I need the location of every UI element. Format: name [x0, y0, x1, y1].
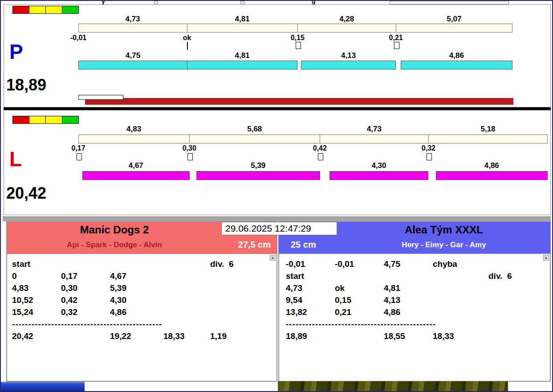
split-divider	[187, 24, 187, 33]
dog-time-label: 4,86	[484, 161, 499, 170]
split-divider	[396, 24, 396, 33]
lane-divider	[4, 107, 551, 110]
clipped-panel-fragment	[390, 1, 509, 4]
background-window-strip: ý g	[1, 1, 552, 4]
log-cell: -0,01	[335, 259, 354, 269]
log-cell: 4,86	[384, 307, 400, 317]
dog-time-label: 4,75	[126, 51, 140, 60]
changeover-box	[427, 153, 432, 160]
dog-time-label: 5,39	[251, 161, 265, 170]
changeover-label: 0,30	[183, 144, 196, 152]
split-divider	[189, 135, 190, 143]
log-cell: 10,52	[12, 295, 33, 305]
split-time-label: 4,73	[125, 15, 140, 24]
team-panel-right: Alea Tým XXXL Hery - Eimy - Gar - Amy 25…	[278, 221, 551, 382]
changeover-label: 0,42	[313, 144, 327, 152]
log-cell: 0,32	[61, 307, 77, 317]
log-cell: 5,39	[110, 283, 126, 293]
log-cell: 0,21	[335, 307, 351, 317]
split-time-label: 4,73	[367, 125, 382, 134]
team-dogs: Api - Spark - Dodge - Alvin	[7, 241, 222, 249]
changeover-box	[187, 153, 193, 160]
log-cell: chyba	[433, 259, 457, 269]
team-name: Alea Tým XXXL	[337, 224, 551, 236]
clipped-checkbox-fragment	[240, 1, 244, 4]
log-cell: div. 6	[488, 271, 512, 281]
timestamp: 29.06.2025 12:47:29	[221, 222, 337, 235]
changeover-box	[394, 42, 399, 49]
changeover-label: 0,21	[389, 34, 403, 42]
split-divider	[320, 135, 320, 143]
changeover-label: 0,32	[422, 144, 435, 152]
changeover-label: 0,15	[291, 34, 305, 42]
log-cell: 13,82	[286, 307, 307, 317]
dog-time-bar	[401, 61, 512, 69]
lane-panel-p: P 18,89 4,734,814,285,07-0,01ok0,150,214…	[4, 4, 551, 107]
log-cell: 0	[12, 271, 17, 281]
log-cell: div. 6	[210, 259, 233, 269]
log-cell: 4,67	[110, 271, 126, 281]
changeover-box	[296, 42, 301, 49]
log-cell: 15,24	[12, 307, 33, 317]
log-cell: start	[286, 271, 304, 281]
log-cell: 18,89	[286, 331, 307, 341]
lane-visualization: 4,835,684,735,180,170,300,420,324,675,39…	[4, 110, 550, 215]
dog-time-label: 4,67	[129, 161, 143, 170]
clipped-text-fragment: g	[312, 1, 316, 4]
clipped-text-fragment: ý	[102, 1, 105, 4]
log-cell: 9,54	[286, 295, 302, 305]
log-cell: 0,42	[61, 295, 77, 305]
team-dogs: Hery - Eimy - Gar - Amy	[337, 241, 551, 249]
lane-panel-l: L 20,42 4,835,684,735,180,170,300,420,32…	[4, 110, 551, 215]
dog-time-label: 4,30	[371, 161, 386, 170]
camera-view-fragment	[278, 381, 508, 391]
split-divider	[428, 135, 429, 143]
race-progress-bar	[85, 98, 513, 105]
changeover-label: ok	[183, 34, 191, 42]
dog-time-bar	[301, 61, 396, 69]
log-cell: 18,33	[433, 331, 454, 341]
log-cell: 18,55	[384, 331, 405, 341]
split-total-bar	[78, 24, 512, 33]
dog-time-bar	[436, 171, 548, 180]
split-divider	[297, 24, 298, 33]
clipped-checkbox-fragment	[154, 1, 158, 4]
log-cell: 4,13	[384, 295, 400, 305]
log-cell: 1,19	[210, 331, 227, 341]
dog-time-bar	[329, 171, 428, 180]
result-log-left[interactable]: ▲ startdiv. 600,174,674,830,305,3910,520…	[7, 253, 277, 381]
split-time-label: 5,18	[480, 125, 495, 134]
log-separator: ----------------------------------------…	[286, 319, 436, 329]
jump-height-badge: 27,5 cm	[238, 240, 271, 250]
log-cell: 4,83	[12, 283, 28, 293]
log-cell: 4,81	[384, 283, 400, 293]
log-cell: ok	[335, 283, 345, 293]
team-name: Manic Dogs 2	[7, 224, 222, 236]
log-cell: 18,33	[163, 331, 185, 341]
split-total-bar	[78, 135, 548, 143]
log-cell: 20,42	[12, 331, 33, 341]
result-log-right[interactable]: ▲ -0,01-0,014,75chybastartdiv. 64,73ok4,…	[279, 253, 550, 381]
log-cell: 4,73	[286, 283, 302, 293]
split-time-label: 5,68	[247, 125, 262, 134]
background-titlebar-fragment	[1, 382, 85, 391]
dog-time-bar	[78, 61, 187, 69]
log-cell: 0,17	[61, 271, 77, 281]
changeover-tick	[187, 42, 188, 50]
changeover-label: -0,01	[70, 34, 86, 42]
progress-marker-box	[78, 95, 123, 100]
split-time-label: 4,83	[126, 125, 141, 134]
log-cell: 4,86	[110, 307, 126, 317]
scroll-up-icon[interactable]: ▲	[270, 255, 276, 261]
log-cell: 0,15	[335, 295, 351, 305]
split-time-label: 4,81	[235, 15, 250, 24]
split-time-label: 4,28	[339, 15, 354, 24]
scroll-up-icon[interactable]: ▲	[543, 255, 549, 261]
split-time-label: 5,07	[447, 15, 461, 24]
team-panel-left: Manic Dogs 2 Api - Spark - Dodge - Alvin…	[6, 221, 277, 382]
section-divider	[3, 216, 551, 221]
dog-time-label: 4,81	[235, 51, 250, 60]
changeover-box	[318, 153, 323, 160]
changeover-box	[77, 153, 82, 160]
log-cell: 4,75	[384, 259, 400, 269]
